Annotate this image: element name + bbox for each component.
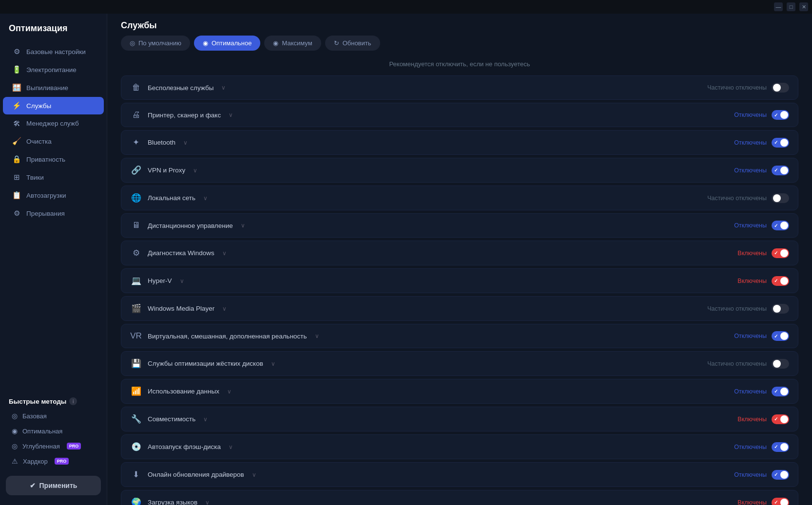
toggle-remote[interactable]: ✓ (772, 221, 789, 230)
services-list: 🗑 Бесполезные службы ∨ Частично отключен… (121, 75, 798, 505)
sidebar-item-privacy[interactable]: 🔒 Приватность (3, 150, 104, 168)
service-left-vr: VR Виртуальная, смешанная, дополненная р… (130, 331, 319, 341)
service-right-hyperv: Включены ✓ (737, 276, 789, 286)
sidebar-icon-cleanup: 🧹 (12, 137, 21, 146)
content-area: Рекомендуется отключить, если не пользуе… (107, 57, 812, 505)
service-row-localnet[interactable]: 🌐 Локальная сеть ∨ Частично отключены (121, 186, 798, 210)
service-row-compat[interactable]: 🔧 Совместимость ∨ Включены ✓ (121, 407, 798, 431)
toggle-knob-hyperv (780, 277, 788, 285)
toggle-knob-useless (773, 84, 781, 92)
toggle-vpn[interactable]: ✓ (772, 166, 789, 175)
service-row-printer[interactable]: 🖨 Принтер, сканер и факс ∨ Отключены ✓ (121, 103, 798, 127)
toggle-diag[interactable]: ✓ (772, 248, 789, 258)
service-right-diag: Включены ✓ (737, 248, 789, 258)
toggle-hdd[interactable] (772, 359, 789, 369)
chevron-icon-hyperv: ∨ (180, 278, 184, 284)
service-right-wmp: Частично отключены (707, 304, 789, 314)
service-row-diag[interactable]: ⚙ Диагностика Windows ∨ Включены ✓ (121, 241, 798, 265)
service-row-driverupd[interactable]: ⬇ Онлайн обновления драйверов ∨ Отключен… (121, 462, 798, 487)
chevron-icon-wmp: ∨ (222, 305, 227, 312)
chevron-icon-useless: ∨ (221, 84, 226, 91)
toggle-localnet[interactable] (772, 193, 789, 203)
chevron-icon-driverupd: ∨ (252, 471, 256, 478)
status-label-localnet: Частично отключены (707, 195, 767, 202)
quick-methods-section: Быстрые методы i (0, 391, 107, 408)
chevron-icon-vr: ∨ (315, 333, 319, 339)
toggle-driverupd[interactable]: ✓ (772, 470, 789, 480)
pro-badge-hardcore-m: PRO (55, 458, 69, 465)
sidebar-item-basic[interactable]: ⚙ Базовые настройки (3, 43, 104, 60)
service-row-autoplay[interactable]: 💿 Автозапуск флэш-диска ∨ Отключены ✓ (121, 434, 798, 459)
maximize-button[interactable]: □ (787, 2, 795, 11)
service-row-hyperv[interactable]: 💻 Hyper-V ∨ Включены ✓ (121, 268, 798, 293)
chevron-icon-compat: ∨ (203, 416, 208, 423)
toggle-knob-datause (780, 388, 788, 395)
chevron-icon-bluetooth: ∨ (183, 139, 188, 146)
chevron-icon-diag: ∨ (222, 250, 227, 257)
toolbar-refresh-btn[interactable]: ↻ Обновить (325, 36, 380, 51)
sidebar-item-autostart[interactable]: 📋 Автозагрузки (3, 187, 104, 204)
service-right-useless: Частично отключены (707, 83, 789, 93)
quick-method-advanced-m[interactable]: ◎ Углубленная PRO (3, 439, 104, 453)
sidebar-icon-autostart: 📋 (12, 191, 21, 200)
sidebar-icon-power: 🔋 (12, 65, 21, 74)
sidebar-item-tweaks[interactable]: ⊞ Твики (3, 168, 104, 186)
service-row-useless[interactable]: 🗑 Бесполезные службы ∨ Частично отключен… (121, 75, 798, 100)
service-name-hyperv: Hyper-V (148, 277, 172, 284)
toggle-datause[interactable]: ✓ (772, 387, 789, 396)
sidebar-item-services[interactable]: ⚡ Службы (3, 97, 104, 114)
toggle-bluetooth[interactable]: ✓ (772, 138, 789, 148)
sidebar-item-service-mgr[interactable]: 🛠 Менеджер служб (3, 115, 104, 132)
apply-button[interactable]: ✔ Применить (6, 476, 101, 495)
service-row-bluetooth[interactable]: ✦ Bluetooth ∨ Отключены ✓ (121, 130, 798, 155)
service-row-wmp[interactable]: 🎬 Windows Media Player ∨ Частично отключ… (121, 296, 798, 321)
main-content: Службы ◎ По умолчанию ◉ Оптимальное ◉ Ма… (107, 14, 812, 505)
toggle-icon-driverupd: ✓ (774, 472, 778, 477)
service-name-vr: Виртуальная, смешанная, дополненная реал… (148, 333, 307, 340)
minimize-button[interactable]: — (774, 2, 783, 11)
service-row-vr[interactable]: VR Виртуальная, смешанная, дополненная р… (121, 324, 798, 348)
sidebar-icon-tweaks: ⊞ (12, 173, 21, 182)
status-label-vr: Отключены (734, 333, 767, 339)
sidebar-item-cleanup[interactable]: 🧹 Очистка (3, 132, 104, 150)
service-row-langload[interactable]: 🌍 Загрузка языков ∨ Включены ✓ (121, 490, 798, 505)
toggle-knob-vpn (780, 167, 788, 174)
toolbar-optimal-btn[interactable]: ◉ Оптимальное (194, 36, 261, 51)
quick-method-hardcore-m[interactable]: ⚠ Хардкор PRO (3, 454, 104, 468)
toggle-compat[interactable]: ✓ (772, 414, 789, 424)
service-right-vpn: Отключены ✓ (734, 166, 789, 175)
service-left-langload: 🌍 Загрузка языков ∨ (130, 497, 210, 505)
toggle-useless[interactable] (772, 83, 789, 93)
close-button[interactable]: ✕ (799, 2, 808, 11)
toggle-knob-printer (780, 111, 788, 119)
service-row-hdd[interactable]: 💾 Службы оптимизации жёстких дисков ∨ Ча… (121, 351, 798, 376)
service-right-localnet: Частично отключены (707, 193, 789, 203)
toggle-wmp[interactable] (772, 304, 789, 314)
quick-method-basic-m[interactable]: ◎ Базовая (3, 409, 104, 423)
service-icon-hdd: 💾 (130, 358, 142, 369)
toggle-icon-diag: ✓ (774, 250, 778, 256)
sidebar-label-service-mgr: Менеджер служб (26, 120, 79, 127)
toggle-hyperv[interactable]: ✓ (772, 276, 789, 286)
toggle-icon-remote: ✓ (774, 223, 778, 228)
toggle-knob-remote (780, 222, 788, 229)
sidebar-item-interrupts[interactable]: ⚙ Прерывания (3, 205, 104, 222)
chevron-icon-localnet: ∨ (203, 195, 208, 202)
toggle-vr[interactable]: ✓ (772, 331, 789, 341)
qm-icon-basic-m: ◎ (12, 412, 18, 420)
sidebar-item-power[interactable]: 🔋 Электропитание (3, 61, 104, 78)
sidebar-item-polish[interactable]: 🪟 Выпиливание (3, 79, 104, 96)
status-label-wmp: Частично отключены (707, 305, 767, 312)
toggle-langload[interactable]: ✓ (772, 498, 789, 505)
toggle-knob-autoplay (780, 443, 788, 451)
toolbar-max-btn[interactable]: ◉ Максимум (264, 36, 321, 51)
toolbar-default-btn[interactable]: ◎ По умолчанию (121, 36, 190, 51)
toggle-printer[interactable]: ✓ (772, 110, 789, 120)
sidebar-label-cleanup: Очистка (26, 138, 52, 145)
service-name-bluetooth: Bluetooth (148, 139, 175, 146)
toggle-autoplay[interactable]: ✓ (772, 442, 789, 452)
service-row-vpn[interactable]: 🔗 VPN и Proxy ∨ Отключены ✓ (121, 158, 798, 183)
service-row-datause[interactable]: 📶 Использование данных ∨ Отключены ✓ (121, 379, 798, 404)
quick-method-optimal-m[interactable]: ◉ Оптимальная (3, 424, 104, 438)
service-row-remote[interactable]: 🖥 Дистанционное управление ∨ Отключены ✓ (121, 213, 798, 238)
